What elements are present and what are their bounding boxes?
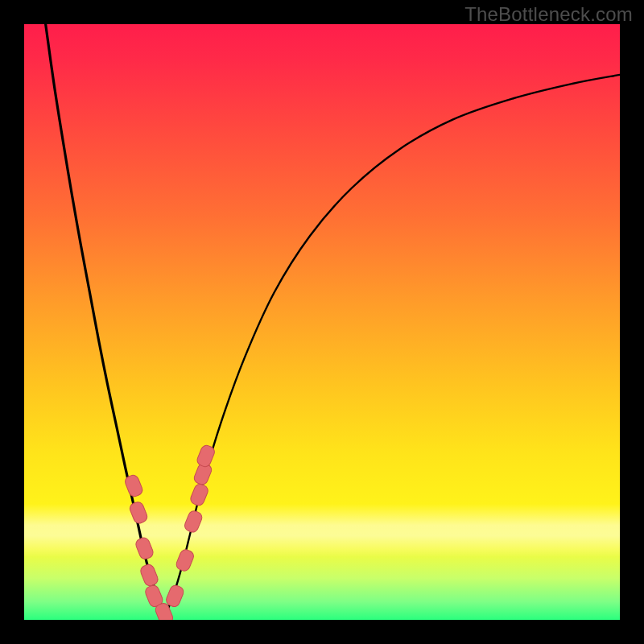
frame: TheBottleneck.com bbox=[0, 0, 644, 644]
data-marker bbox=[189, 482, 210, 506]
curve-right-branch bbox=[166, 75, 620, 614]
data-marker bbox=[139, 563, 160, 587]
data-marker bbox=[183, 510, 204, 534]
data-marker bbox=[128, 501, 149, 525]
plot-area bbox=[24, 24, 620, 620]
data-marker bbox=[134, 536, 155, 560]
curve-left-branch bbox=[46, 24, 166, 614]
curve-layer bbox=[24, 24, 620, 620]
watermark-text: TheBottleneck.com bbox=[464, 3, 633, 26]
data-marker bbox=[164, 584, 185, 608]
data-marker bbox=[175, 548, 196, 572]
